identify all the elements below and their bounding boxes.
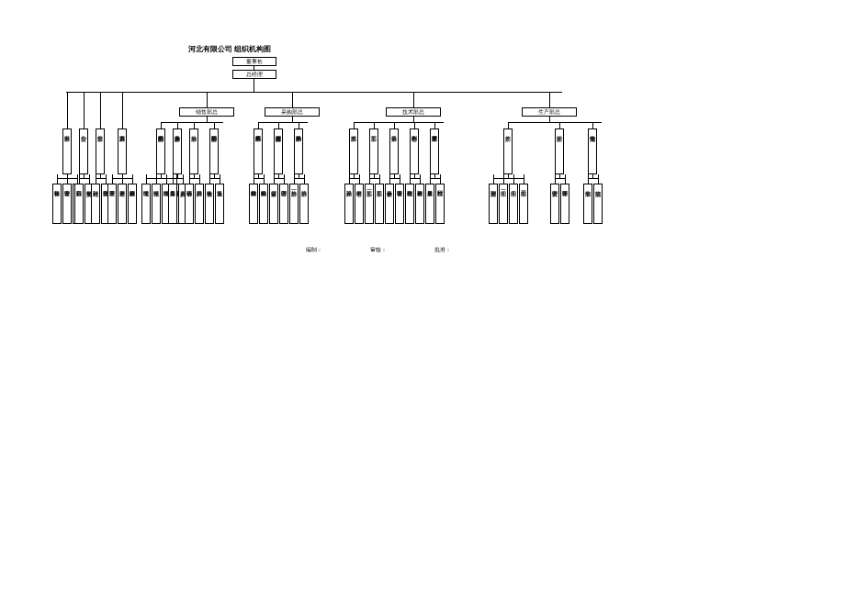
dept-box-3: 人力资源部: [118, 128, 127, 174]
dept-box-0: 财务部: [62, 128, 72, 174]
dept-box-2: 企管部: [96, 128, 105, 174]
sub-box-37: 一车间: [499, 184, 508, 224]
dept-box-8: 原料采购部: [254, 128, 263, 174]
sub-box-38: 二车间: [509, 184, 518, 224]
box-gm: 总经理: [232, 70, 276, 79]
sub-box-9: 绩效薪酬: [128, 184, 137, 224]
sub-box-5: 计划统计: [91, 184, 100, 224]
sub-box-40: 安全管理: [550, 184, 559, 224]
dept-box-9: 供应商管理部: [274, 128, 283, 174]
sub-box-22: 供应评审: [269, 184, 278, 224]
dept-box-12: 工艺部: [369, 128, 378, 174]
sub-box-41: 环保管理: [560, 184, 569, 224]
sub-box-10: 华北区域: [141, 184, 151, 224]
sub-box-36: 计划调度: [489, 184, 498, 224]
footer-review: 审核：: [370, 246, 387, 254]
footer-approve: 批准：: [434, 246, 451, 254]
sub-box-11: 华东区域: [152, 184, 161, 224]
sub-box-23: 合同管理: [279, 184, 288, 224]
sub-box-30: 设备维护: [385, 184, 394, 224]
sub-box-42: 仓储部: [583, 184, 592, 224]
dept-box-15: 质量管理部: [430, 128, 439, 174]
dept-box-6: 市场部: [189, 128, 198, 174]
sub-box-34: 质量体系: [425, 184, 434, 224]
sub-box-20: 钢材采购: [249, 184, 258, 224]
sub-box-7: 人事管理: [107, 184, 117, 224]
sub-box-35: 过程控制: [435, 184, 445, 224]
box-vp-tech: 技术部总: [386, 107, 441, 117]
dept-box-1: 办公室: [79, 128, 88, 174]
footer-compile: 编制：: [306, 246, 322, 254]
sub-box-28: 工艺一部: [365, 184, 374, 224]
dept-box-5: 客户服务部: [173, 128, 182, 174]
sub-box-39: 三车间: [519, 184, 528, 224]
sub-box-8: 培训开发: [118, 184, 127, 224]
sub-box-27: 研发中心: [355, 184, 364, 224]
sub-box-19: 亚太市场: [215, 184, 224, 224]
dept-box-18: 仓储物流: [588, 128, 597, 174]
dept-box-11: 技术部: [349, 128, 358, 174]
sub-box-17: 品牌推广: [195, 184, 204, 224]
dept-box-14: 检测中心: [410, 128, 419, 174]
sub-box-33: 计量检测: [415, 184, 424, 224]
sub-box-43: 物流部: [593, 184, 603, 224]
sub-box-21: 辅料采购: [259, 184, 268, 224]
dept-box-7: 国际贸易部: [209, 128, 219, 174]
dept-box-17: 安环部: [555, 128, 564, 174]
sub-box-16: 市场调研: [185, 184, 194, 224]
sub-box-25: 外协二部: [299, 184, 309, 224]
dept-box-16: 生产部: [503, 128, 513, 174]
sub-box-18: 欧美市场: [205, 184, 214, 224]
box-chairman: 董事长: [232, 57, 276, 66]
dept-box-4: 国内贸易部: [156, 128, 165, 174]
dept-box-10: 外协采购部: [294, 128, 303, 174]
sub-box-0: 会计核算: [52, 184, 62, 224]
box-vp-purchase: 采购部总: [265, 107, 320, 117]
sub-box-31: 设备管理: [395, 184, 404, 224]
sub-box-29: 工艺二部: [375, 184, 384, 224]
sub-box-24: 外协一部: [289, 184, 299, 224]
sub-box-26: 产品设计: [344, 184, 354, 224]
sub-box-3: 行政后勤: [74, 184, 84, 224]
box-vp-sales: 销售部总: [179, 107, 234, 117]
box-vp-prod: 生产部总: [522, 107, 577, 117]
sub-box-14: 售后服务: [168, 184, 177, 224]
sub-box-1: 资金管理: [62, 184, 72, 224]
chart-title: 河北有限公司 组织机构图: [188, 44, 271, 54]
sub-box-32: 理化检测: [405, 184, 414, 224]
dept-box-13: 设备部: [389, 128, 399, 174]
